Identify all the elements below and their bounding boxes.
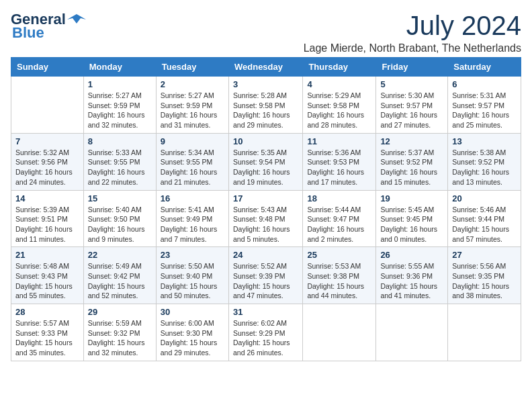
calendar-cell: 4Sunrise: 5:29 AM Sunset: 9:58 PM Daylig…: [303, 77, 376, 134]
calendar-cell: 23Sunrise: 5:50 AM Sunset: 9:40 PM Dayli…: [156, 247, 228, 304]
title-section: July 2024 Lage Mierde, North Brabant, Th…: [304, 11, 521, 54]
calendar-cell: 8Sunrise: 5:33 AM Sunset: 9:55 PM Daylig…: [83, 133, 156, 190]
day-info: Sunrise: 5:46 AM Sunset: 9:44 PM Dayligh…: [452, 205, 517, 244]
calendar-table: SundayMondayTuesdayWednesdayThursdayFrid…: [11, 57, 521, 361]
calendar-cell: 12Sunrise: 5:37 AM Sunset: 9:52 PM Dayli…: [376, 133, 448, 190]
calendar-cell: [448, 304, 521, 361]
header-friday: Friday: [376, 58, 448, 77]
calendar-cell: 11Sunrise: 5:36 AM Sunset: 9:53 PM Dayli…: [303, 133, 376, 190]
calendar-cell: 16Sunrise: 5:41 AM Sunset: 9:49 PM Dayli…: [156, 190, 228, 247]
calendar-cell: 2Sunrise: 5:27 AM Sunset: 9:59 PM Daylig…: [156, 77, 228, 134]
calendar-cell: 6Sunrise: 5:31 AM Sunset: 9:57 PM Daylig…: [448, 77, 521, 134]
calendar-cell: 15Sunrise: 5:40 AM Sunset: 9:50 PM Dayli…: [83, 190, 156, 247]
day-info: Sunrise: 5:52 AM Sunset: 9:39 PM Dayligh…: [233, 261, 298, 301]
day-number: 10: [233, 136, 298, 146]
header-monday: Monday: [83, 58, 156, 77]
calendar-week-row: 21Sunrise: 5:48 AM Sunset: 9:43 PM Dayli…: [11, 247, 521, 304]
calendar-cell: 9Sunrise: 5:34 AM Sunset: 9:55 PM Daylig…: [156, 133, 228, 190]
day-info: Sunrise: 5:59 AM Sunset: 9:32 PM Dayligh…: [88, 318, 152, 358]
day-number: 24: [233, 250, 298, 260]
day-info: Sunrise: 5:36 AM Sunset: 9:53 PM Dayligh…: [307, 148, 371, 187]
calendar-cell: 3Sunrise: 5:28 AM Sunset: 9:58 PM Daylig…: [228, 77, 302, 134]
logo: General Blue: [11, 11, 86, 42]
month-year-title: July 2024: [304, 11, 521, 41]
day-number: 6: [452, 79, 517, 89]
day-info: Sunrise: 5:53 AM Sunset: 9:38 PM Dayligh…: [307, 261, 371, 301]
logo-text-blue: Blue: [11, 24, 44, 42]
header-tuesday: Tuesday: [156, 58, 228, 77]
day-info: Sunrise: 5:55 AM Sunset: 9:36 PM Dayligh…: [380, 261, 443, 301]
day-number: 30: [161, 307, 224, 317]
calendar-cell: [376, 304, 448, 361]
day-info: Sunrise: 6:02 AM Sunset: 9:29 PM Dayligh…: [233, 318, 298, 358]
calendar-cell: 18Sunrise: 5:44 AM Sunset: 9:47 PM Dayli…: [303, 190, 376, 247]
day-info: Sunrise: 5:44 AM Sunset: 9:47 PM Dayligh…: [307, 205, 371, 244]
calendar-week-row: 1Sunrise: 5:27 AM Sunset: 9:59 PM Daylig…: [11, 77, 521, 134]
day-info: Sunrise: 5:37 AM Sunset: 9:52 PM Dayligh…: [380, 148, 443, 187]
day-info: Sunrise: 6:00 AM Sunset: 9:30 PM Dayligh…: [161, 318, 224, 358]
header-saturday: Saturday: [448, 58, 521, 77]
day-number: 12: [380, 136, 443, 146]
day-info: Sunrise: 5:33 AM Sunset: 9:55 PM Dayligh…: [88, 148, 152, 187]
calendar-cell: 24Sunrise: 5:52 AM Sunset: 9:39 PM Dayli…: [228, 247, 302, 304]
day-info: Sunrise: 5:29 AM Sunset: 9:58 PM Dayligh…: [307, 91, 371, 130]
day-info: Sunrise: 5:27 AM Sunset: 9:59 PM Dayligh…: [88, 91, 152, 130]
calendar-week-row: 28Sunrise: 5:57 AM Sunset: 9:33 PM Dayli…: [11, 304, 521, 361]
day-number: 5: [380, 79, 443, 89]
day-info: Sunrise: 5:32 AM Sunset: 9:56 PM Dayligh…: [15, 148, 79, 187]
calendar-cell: 22Sunrise: 5:49 AM Sunset: 9:42 PM Dayli…: [83, 247, 156, 304]
day-number: 1: [88, 79, 152, 89]
day-number: 29: [88, 307, 152, 317]
calendar-cell: [303, 304, 376, 361]
day-number: 19: [380, 193, 443, 203]
svg-marker-0: [67, 14, 86, 24]
day-number: 31: [233, 307, 298, 317]
calendar-cell: 10Sunrise: 5:35 AM Sunset: 9:54 PM Dayli…: [228, 133, 302, 190]
day-info: Sunrise: 5:40 AM Sunset: 9:50 PM Dayligh…: [88, 205, 152, 244]
day-number: 9: [161, 136, 224, 146]
calendar-cell: 27Sunrise: 5:56 AM Sunset: 9:35 PM Dayli…: [448, 247, 521, 304]
page-header: General Blue July 2024 Lage Mierde, Nort…: [11, 11, 521, 54]
calendar-cell: 17Sunrise: 5:43 AM Sunset: 9:48 PM Dayli…: [228, 190, 302, 247]
calendar-cell: 14Sunrise: 5:39 AM Sunset: 9:51 PM Dayli…: [11, 190, 84, 247]
day-info: Sunrise: 5:43 AM Sunset: 9:48 PM Dayligh…: [233, 205, 298, 244]
calendar-cell: 29Sunrise: 5:59 AM Sunset: 9:32 PM Dayli…: [83, 304, 156, 361]
calendar-cell: [11, 77, 84, 134]
day-info: Sunrise: 5:27 AM Sunset: 9:59 PM Dayligh…: [161, 91, 224, 130]
day-number: 3: [233, 79, 298, 89]
calendar-week-row: 7Sunrise: 5:32 AM Sunset: 9:56 PM Daylig…: [11, 133, 521, 190]
day-number: 15: [88, 193, 152, 203]
calendar-cell: 20Sunrise: 5:46 AM Sunset: 9:44 PM Dayli…: [448, 190, 521, 247]
day-info: Sunrise: 5:41 AM Sunset: 9:49 PM Dayligh…: [161, 205, 224, 244]
day-info: Sunrise: 5:56 AM Sunset: 9:35 PM Dayligh…: [452, 261, 517, 301]
day-number: 7: [15, 136, 79, 146]
day-number: 25: [307, 250, 371, 260]
day-info: Sunrise: 5:57 AM Sunset: 9:33 PM Dayligh…: [15, 318, 79, 358]
day-number: 11: [307, 136, 371, 146]
calendar-cell: 31Sunrise: 6:02 AM Sunset: 9:29 PM Dayli…: [228, 304, 302, 361]
calendar-cell: 28Sunrise: 5:57 AM Sunset: 9:33 PM Dayli…: [11, 304, 84, 361]
calendar-cell: 19Sunrise: 5:45 AM Sunset: 9:45 PM Dayli…: [376, 190, 448, 247]
day-info: Sunrise: 5:45 AM Sunset: 9:45 PM Dayligh…: [380, 205, 443, 244]
day-number: 28: [15, 307, 79, 317]
day-number: 16: [161, 193, 224, 203]
day-info: Sunrise: 5:35 AM Sunset: 9:54 PM Dayligh…: [233, 148, 298, 187]
day-info: Sunrise: 5:30 AM Sunset: 9:57 PM Dayligh…: [380, 91, 443, 130]
header-wednesday: Wednesday: [228, 58, 302, 77]
calendar-cell: 26Sunrise: 5:55 AM Sunset: 9:36 PM Dayli…: [376, 247, 448, 304]
calendar-cell: 13Sunrise: 5:38 AM Sunset: 9:52 PM Dayli…: [448, 133, 521, 190]
day-number: 20: [452, 193, 517, 203]
logo-bird-icon: [67, 13, 86, 26]
calendar-cell: 1Sunrise: 5:27 AM Sunset: 9:59 PM Daylig…: [83, 77, 156, 134]
day-number: 17: [233, 193, 298, 203]
day-number: 13: [452, 136, 517, 146]
calendar-cell: 21Sunrise: 5:48 AM Sunset: 9:43 PM Dayli…: [11, 247, 84, 304]
day-number: 27: [452, 250, 517, 260]
calendar-week-row: 14Sunrise: 5:39 AM Sunset: 9:51 PM Dayli…: [11, 190, 521, 247]
day-info: Sunrise: 5:34 AM Sunset: 9:55 PM Dayligh…: [161, 148, 224, 187]
header-thursday: Thursday: [303, 58, 376, 77]
day-number: 22: [88, 250, 152, 260]
day-info: Sunrise: 5:49 AM Sunset: 9:42 PM Dayligh…: [88, 261, 152, 301]
day-number: 26: [380, 250, 443, 260]
day-number: 8: [88, 136, 152, 146]
